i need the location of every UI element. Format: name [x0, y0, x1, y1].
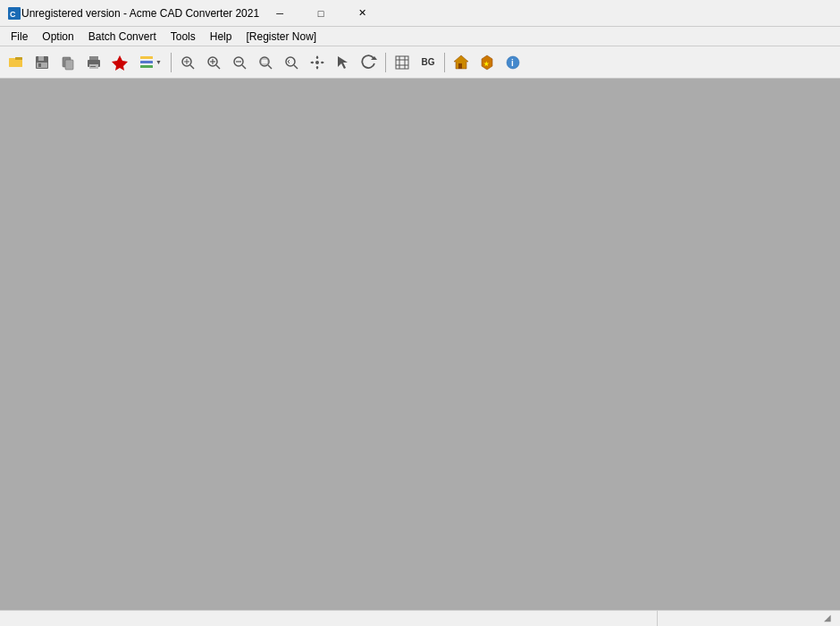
zoom-extent-button[interactable] [175, 50, 200, 75]
hex-icon: ★ [479, 54, 495, 71]
status-bar: ◢ [0, 610, 840, 626]
close-button[interactable]: ✕ [341, 0, 382, 27]
svg-rect-7 [38, 56, 44, 61]
menu-bar: File Option Batch Convert Tools Help [Re… [0, 27, 840, 46]
zoom-in-icon [206, 54, 222, 71]
svg-rect-15 [90, 66, 96, 67]
svg-rect-47 [396, 56, 408, 69]
hex-button[interactable]: ★ [475, 50, 500, 75]
svg-line-21 [190, 65, 194, 69]
window-controls: ─ □ ✕ [259, 0, 382, 27]
svg-marker-41 [338, 56, 348, 69]
svg-point-40 [315, 61, 319, 64]
svg-marker-38 [310, 61, 313, 63]
open-icon [8, 54, 24, 71]
zoom-prev-icon [283, 54, 299, 71]
menu-help[interactable]: Help [203, 27, 239, 46]
pan-button[interactable] [305, 50, 330, 75]
status-right: ◢ [658, 611, 836, 626]
zoom-window-icon [257, 54, 273, 71]
svg-text:C: C [10, 10, 16, 19]
select-icon [335, 54, 351, 71]
svg-marker-36 [316, 55, 319, 58]
pan-icon [309, 54, 325, 71]
home-button[interactable] [449, 50, 474, 75]
zoom-out-icon [231, 54, 248, 71]
svg-text:★: ★ [483, 61, 490, 67]
title-bar: C Unregistered version - Acme CAD Conver… [0, 0, 840, 27]
action-button[interactable] [107, 50, 132, 75]
svg-line-25 [216, 65, 220, 69]
print-button[interactable] [81, 50, 106, 75]
save-icon [34, 54, 50, 71]
zoom-out-button[interactable] [227, 50, 252, 75]
print-icon [86, 54, 102, 71]
svg-rect-49 [458, 63, 462, 69]
svg-rect-12 [89, 56, 98, 60]
svg-point-31 [260, 57, 269, 66]
svg-text:i: i [511, 58, 514, 68]
layers-icon [139, 54, 155, 71]
svg-marker-39 [322, 61, 324, 63]
menu-batch-convert[interactable]: Batch Convert [81, 27, 164, 46]
bg-button[interactable]: BG [416, 50, 441, 75]
toolbar-separator-2 [385, 53, 386, 72]
zoom-window-button[interactable] [253, 50, 278, 75]
select-button[interactable] [331, 50, 356, 75]
export-button[interactable] [55, 50, 80, 75]
menu-register[interactable]: [Register Now] [239, 27, 323, 46]
info-icon: i [505, 54, 521, 71]
home-icon [453, 54, 469, 71]
grid-icon [394, 54, 410, 71]
zoom-in-button[interactable] [201, 50, 226, 75]
svg-rect-5 [15, 57, 22, 60]
menu-option[interactable]: Option [35, 27, 80, 46]
toolbar: ▼ [0, 46, 840, 79]
app-icon: C [7, 6, 21, 21]
status-left [4, 611, 658, 626]
maximize-button[interactable]: □ [300, 0, 341, 27]
title-bar-text: Unregistered version - Acme CAD Converte… [21, 7, 259, 20]
svg-line-29 [242, 65, 246, 69]
redraw-button[interactable] [357, 50, 382, 75]
layers-dropdown-button[interactable]: ▼ [133, 50, 167, 75]
svg-marker-16 [112, 55, 128, 71]
grid-button[interactable] [390, 50, 415, 75]
minimize-button[interactable]: ─ [259, 0, 300, 27]
svg-line-32 [268, 65, 272, 69]
open-button[interactable] [4, 50, 29, 75]
svg-rect-11 [65, 60, 73, 70]
toolbar-separator-3 [444, 53, 445, 72]
svg-marker-37 [316, 67, 319, 70]
main-canvas[interactable] [0, 79, 840, 610]
zoom-prev-button[interactable] [279, 50, 304, 75]
svg-rect-19 [140, 65, 153, 68]
svg-rect-18 [140, 61, 153, 63]
redraw-icon [361, 54, 377, 71]
svg-rect-9 [38, 63, 41, 67]
zoom-extent-icon [180, 54, 196, 71]
svg-line-35 [294, 65, 298, 69]
resize-grip-icon: ◢ [824, 613, 836, 625]
save-button[interactable] [29, 50, 55, 75]
svg-rect-17 [140, 56, 153, 59]
svg-rect-4 [9, 60, 22, 67]
info-button[interactable]: i [500, 50, 525, 75]
svg-rect-8 [37, 63, 47, 68]
export-icon [60, 54, 76, 71]
menu-tools[interactable]: Tools [164, 27, 203, 46]
svg-rect-33 [261, 59, 268, 64]
menu-file[interactable]: File [4, 27, 35, 46]
bg-label: BG [422, 57, 435, 67]
toolbar-separator-1 [171, 53, 172, 72]
action-icon [112, 54, 128, 71]
